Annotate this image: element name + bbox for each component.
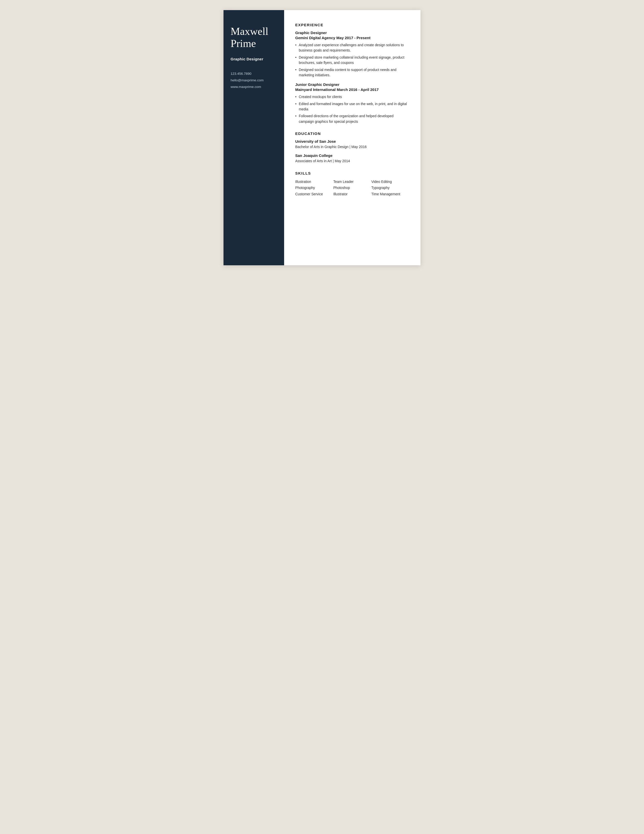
job-1-company-date: Gemini Digital Agency May 2017 - Present: [295, 36, 409, 40]
main-content: EXPERIENCE Graphic Designer Gemini Digit…: [284, 10, 421, 265]
skill-photoshop: Photoshop: [333, 185, 371, 191]
job-2-bullet-3: Followed directions of the organization …: [295, 113, 409, 124]
school-1-degree: Bachelor of Arts in Graphic Design | May…: [295, 144, 409, 150]
candidate-name: Maxwell Prime: [231, 25, 277, 50]
email: hello@maxprime.com: [231, 78, 277, 83]
contact-section: 123.456.7890 hello@maxprime.com www.maxp…: [231, 71, 277, 90]
candidate-title: Graphic Designer: [231, 57, 277, 61]
experience-section: EXPERIENCE Graphic Designer Gemini Digit…: [295, 23, 409, 124]
job-1-bullets: Analyzed user experience challenges and …: [295, 42, 409, 78]
job-1-bullet-1: Analyzed user experience challenges and …: [295, 42, 409, 53]
skills-col-2: Team Leader Photoshop Illustrator: [333, 179, 371, 197]
job-2-bullet-1: Created mockups for clients: [295, 94, 409, 100]
school-1: University of San Jose Bachelor of Arts …: [295, 139, 409, 150]
job-1-title: Graphic Designer: [295, 31, 409, 35]
skill-team-leader: Team Leader: [333, 179, 371, 185]
experience-heading: EXPERIENCE: [295, 23, 409, 27]
job-2-bullet-2: Edited and formatted images for use on t…: [295, 101, 409, 112]
job-2-bullets: Created mockups for clients Edited and f…: [295, 94, 409, 124]
skill-photography: Photography: [295, 185, 333, 191]
education-heading: EDUCATION: [295, 131, 409, 136]
school-2-degree: Associates of Arts in Art | May 2014: [295, 158, 409, 164]
education-section: EDUCATION University of San Jose Bachelo…: [295, 131, 409, 164]
job-2-title: Junior Graphic Designer: [295, 82, 409, 87]
sidebar: Maxwell Prime Graphic Designer 123.456.7…: [223, 10, 284, 265]
resume-container: Maxwell Prime Graphic Designer 123.456.7…: [223, 10, 421, 265]
skills-col-3: Video Editing Typography Time Management: [371, 179, 409, 197]
skill-video-editing: Video Editing: [371, 179, 409, 185]
skills-heading: SKILLS: [295, 171, 409, 175]
job-1-bullet-3: Designed social media content to support…: [295, 67, 409, 78]
skill-illustration: Illustration: [295, 179, 333, 185]
job-1: Graphic Designer Gemini Digital Agency M…: [295, 31, 409, 78]
website: www.maxprime.com: [231, 84, 277, 89]
school-2: San Joaquin College Associates of Arts i…: [295, 154, 409, 164]
skill-typography: Typography: [371, 185, 409, 191]
skill-time-management: Time Management: [371, 191, 409, 197]
phone: 123.456.7890: [231, 71, 277, 76]
skill-customer-service: Customer Service: [295, 191, 333, 197]
job-2: Junior Graphic Designer Mainyard Interna…: [295, 82, 409, 124]
school-1-name: University of San Jose: [295, 139, 409, 144]
school-2-name: San Joaquin College: [295, 154, 409, 158]
skills-col-1: Illustration Photography Customer Servic…: [295, 179, 333, 197]
job-2-company-date: Mainyard International March 2016 - Apri…: [295, 87, 409, 92]
job-1-bullet-2: Designed store marketing collateral incl…: [295, 55, 409, 66]
skills-grid: Illustration Photography Customer Servic…: [295, 179, 409, 197]
skill-illustrator: Illustrator: [333, 191, 371, 197]
skills-section: SKILLS Illustration Photography Customer…: [295, 171, 409, 197]
